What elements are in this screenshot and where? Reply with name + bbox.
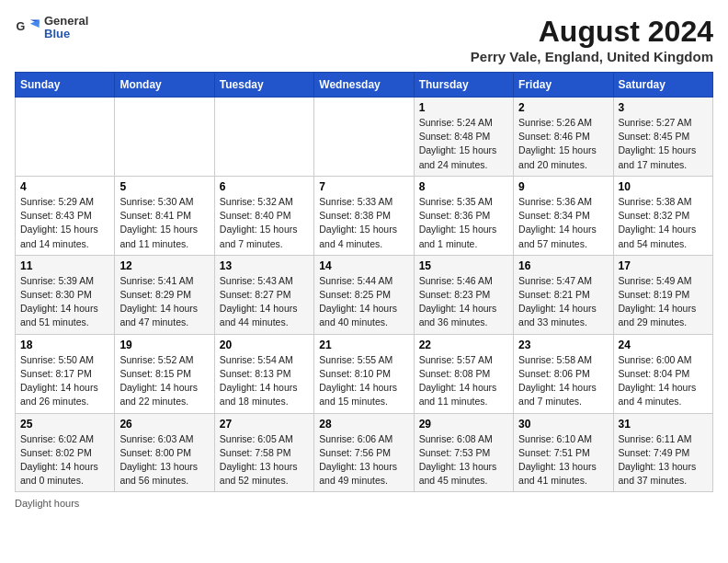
calendar-row-0: 1Sunrise: 5:24 AMSunset: 8:48 PMDaylight… <box>16 98 713 177</box>
day-info: Sunrise: 5:38 AMSunset: 8:32 PMDaylight:… <box>619 195 708 251</box>
day-number: 2 <box>518 101 608 114</box>
calendar-cell: 12Sunrise: 5:41 AMSunset: 8:29 PMDayligh… <box>115 255 214 334</box>
calendar-cell: 3Sunrise: 5:27 AMSunset: 8:45 PMDaylight… <box>613 98 712 177</box>
day-info: Sunrise: 5:54 AMSunset: 8:13 PMDaylight:… <box>220 353 309 409</box>
calendar-cell <box>314 98 414 177</box>
column-header-saturday: Saturday <box>613 73 712 98</box>
column-header-sunday: Sunday <box>16 73 115 98</box>
day-info: Sunrise: 5:32 AMSunset: 8:40 PMDaylight:… <box>220 195 309 251</box>
calendar-cell: 1Sunrise: 5:24 AMSunset: 8:48 PMDaylight… <box>414 98 513 177</box>
calendar-cell: 24Sunrise: 6:00 AMSunset: 8:04 PMDayligh… <box>613 334 712 413</box>
calendar-cell: 19Sunrise: 5:52 AMSunset: 8:15 PMDayligh… <box>115 334 214 413</box>
calendar-cell: 4Sunrise: 5:29 AMSunset: 8:43 PMDaylight… <box>16 176 115 255</box>
day-info: Sunrise: 5:55 AMSunset: 8:10 PMDaylight:… <box>319 353 408 409</box>
day-number: 14 <box>319 259 408 272</box>
day-number: 11 <box>20 259 109 272</box>
day-info: Sunrise: 5:27 AMSunset: 8:45 PMDaylight:… <box>619 116 708 172</box>
day-info: Sunrise: 5:39 AMSunset: 8:30 PMDaylight:… <box>20 274 109 330</box>
day-number: 1 <box>419 101 508 114</box>
day-info: Sunrise: 5:26 AMSunset: 8:46 PMDaylight:… <box>518 116 608 172</box>
title-area: August 2024 Perry Vale, England, United … <box>471 15 713 64</box>
column-header-tuesday: Tuesday <box>214 73 313 98</box>
day-number: 19 <box>119 339 209 351</box>
day-info: Sunrise: 6:02 AMSunset: 8:02 PMDaylight:… <box>20 432 109 488</box>
page-header: G General Blue August 2024 Perry Vale, E… <box>15 15 713 64</box>
day-number: 27 <box>220 418 309 431</box>
calendar-cell: 23Sunrise: 5:58 AMSunset: 8:06 PMDayligh… <box>514 334 613 413</box>
logo-blue: Blue <box>44 28 88 40</box>
day-info: Sunrise: 6:11 AMSunset: 7:49 PMDaylight:… <box>619 432 708 488</box>
day-number: 5 <box>119 180 209 193</box>
calendar-cell: 28Sunrise: 6:06 AMSunset: 7:56 PMDayligh… <box>314 413 414 492</box>
day-info: Sunrise: 5:41 AMSunset: 8:29 PMDaylight:… <box>119 274 209 330</box>
calendar-cell: 13Sunrise: 5:43 AMSunset: 8:27 PMDayligh… <box>214 255 313 334</box>
calendar-cell: 14Sunrise: 5:44 AMSunset: 8:25 PMDayligh… <box>314 255 414 334</box>
calendar-cell <box>115 98 214 177</box>
page-subtitle: Perry Vale, England, United Kingdom <box>471 49 713 64</box>
day-info: Sunrise: 5:57 AMSunset: 8:08 PMDaylight:… <box>419 353 508 409</box>
day-info: Sunrise: 5:47 AMSunset: 8:21 PMDaylight:… <box>518 274 608 330</box>
day-info: Sunrise: 5:52 AMSunset: 8:15 PMDaylight:… <box>119 353 209 409</box>
day-number: 28 <box>319 418 408 431</box>
day-info: Sunrise: 5:46 AMSunset: 8:23 PMDaylight:… <box>419 274 508 330</box>
day-number: 12 <box>119 259 209 272</box>
calendar-cell: 5Sunrise: 5:30 AMSunset: 8:41 PMDaylight… <box>115 176 214 255</box>
day-info: Sunrise: 6:10 AMSunset: 7:51 PMDaylight:… <box>518 432 608 488</box>
day-info: Sunrise: 5:36 AMSunset: 8:34 PMDaylight:… <box>518 195 608 251</box>
svg-text:G: G <box>16 20 25 33</box>
calendar-cell: 9Sunrise: 5:36 AMSunset: 8:34 PMDaylight… <box>514 176 613 255</box>
calendar-cell: 11Sunrise: 5:39 AMSunset: 8:30 PMDayligh… <box>16 255 115 334</box>
calendar-cell: 25Sunrise: 6:02 AMSunset: 8:02 PMDayligh… <box>16 413 115 492</box>
day-info: Sunrise: 5:30 AMSunset: 8:41 PMDaylight:… <box>119 195 209 251</box>
calendar-cell: 30Sunrise: 6:10 AMSunset: 7:51 PMDayligh… <box>514 413 613 492</box>
calendar-cell: 22Sunrise: 5:57 AMSunset: 8:08 PMDayligh… <box>414 334 513 413</box>
day-number: 4 <box>20 180 109 193</box>
day-number: 29 <box>419 418 508 431</box>
calendar-cell: 20Sunrise: 5:54 AMSunset: 8:13 PMDayligh… <box>214 334 313 413</box>
calendar-row-3: 18Sunrise: 5:50 AMSunset: 8:17 PMDayligh… <box>16 334 713 413</box>
day-number: 3 <box>619 101 708 114</box>
day-info: Sunrise: 5:29 AMSunset: 8:43 PMDaylight:… <box>20 195 109 251</box>
day-number: 25 <box>20 418 109 431</box>
day-info: Sunrise: 5:24 AMSunset: 8:48 PMDaylight:… <box>419 116 508 172</box>
footer-note: Daylight hours <box>15 498 713 509</box>
calendar-cell: 18Sunrise: 5:50 AMSunset: 8:17 PMDayligh… <box>16 334 115 413</box>
logo-text: General Blue <box>44 15 88 41</box>
day-info: Sunrise: 6:06 AMSunset: 7:56 PMDaylight:… <box>319 432 408 488</box>
calendar-table: SundayMondayTuesdayWednesdayThursdayFrid… <box>15 72 713 492</box>
calendar-row-4: 25Sunrise: 6:02 AMSunset: 8:02 PMDayligh… <box>16 413 713 492</box>
day-number: 22 <box>419 339 508 351</box>
calendar-cell: 31Sunrise: 6:11 AMSunset: 7:49 PMDayligh… <box>613 413 712 492</box>
day-info: Sunrise: 5:33 AMSunset: 8:38 PMDaylight:… <box>319 195 408 251</box>
logo: G General Blue <box>15 15 88 41</box>
day-number: 9 <box>518 180 608 193</box>
day-number: 23 <box>518 339 608 351</box>
calendar-cell: 2Sunrise: 5:26 AMSunset: 8:46 PMDaylight… <box>514 98 613 177</box>
day-number: 7 <box>319 180 408 193</box>
calendar-cell: 7Sunrise: 5:33 AMSunset: 8:38 PMDaylight… <box>314 176 414 255</box>
day-info: Sunrise: 6:03 AMSunset: 8:00 PMDaylight:… <box>119 432 209 488</box>
day-number: 6 <box>220 180 309 193</box>
day-info: Sunrise: 5:35 AMSunset: 8:36 PMDaylight:… <box>419 195 508 251</box>
logo-general: General <box>44 15 88 28</box>
column-header-friday: Friday <box>514 73 613 98</box>
calendar-row-1: 4Sunrise: 5:29 AMSunset: 8:43 PMDaylight… <box>16 176 713 255</box>
day-number: 8 <box>419 180 508 193</box>
day-number: 17 <box>619 259 708 272</box>
day-info: Sunrise: 5:58 AMSunset: 8:06 PMDaylight:… <box>518 353 608 409</box>
calendar-cell <box>16 98 115 177</box>
calendar-header-row: SundayMondayTuesdayWednesdayThursdayFrid… <box>16 73 713 98</box>
calendar-cell: 21Sunrise: 5:55 AMSunset: 8:10 PMDayligh… <box>314 334 414 413</box>
daylight-hours-label: Daylight hours <box>15 498 79 509</box>
calendar-cell: 29Sunrise: 6:08 AMSunset: 7:53 PMDayligh… <box>414 413 513 492</box>
column-header-thursday: Thursday <box>414 73 513 98</box>
calendar-cell: 26Sunrise: 6:03 AMSunset: 8:00 PMDayligh… <box>115 413 214 492</box>
calendar-cell: 15Sunrise: 5:46 AMSunset: 8:23 PMDayligh… <box>414 255 513 334</box>
calendar-cell <box>214 98 313 177</box>
day-info: Sunrise: 5:49 AMSunset: 8:19 PMDaylight:… <box>619 274 708 330</box>
column-header-wednesday: Wednesday <box>314 73 414 98</box>
day-info: Sunrise: 6:00 AMSunset: 8:04 PMDaylight:… <box>619 353 708 409</box>
calendar-cell: 8Sunrise: 5:35 AMSunset: 8:36 PMDaylight… <box>414 176 513 255</box>
day-number: 15 <box>419 259 508 272</box>
calendar-cell: 16Sunrise: 5:47 AMSunset: 8:21 PMDayligh… <box>514 255 613 334</box>
